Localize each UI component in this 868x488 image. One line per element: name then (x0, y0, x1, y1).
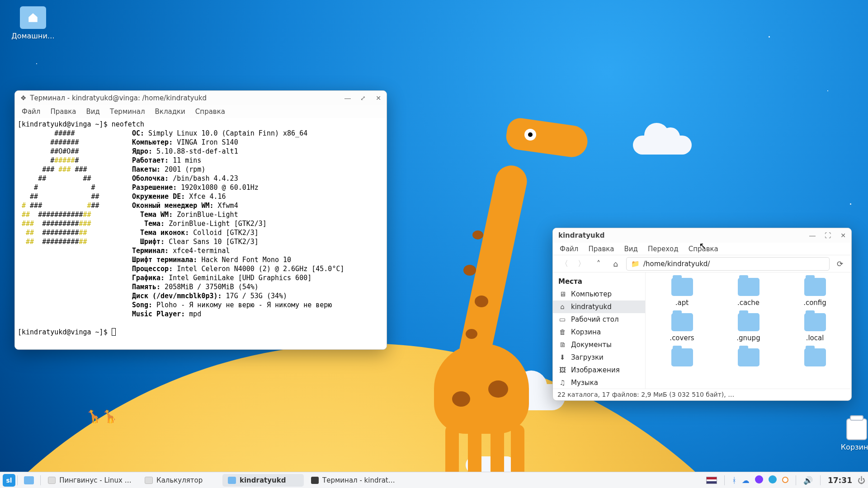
terminal-menu-вид[interactable]: Вид (82, 106, 104, 117)
close-button[interactable]: ✕ (374, 94, 383, 103)
taskbar: sl Пингвинус - Linux в…Калькуляторkindra… (0, 472, 868, 488)
minimize-button[interactable]: ― (808, 231, 817, 240)
start-menu-button[interactable]: sl (3, 474, 15, 487)
file-item[interactable]: .config (784, 278, 846, 307)
place-icon: ▭ (558, 315, 566, 324)
sidebar-item-рабочий-стол[interactable]: ▭Рабочий стол (553, 313, 645, 326)
sidebar-item-корзина[interactable]: 🗑Корзина (553, 326, 645, 338)
file-item[interactable]: .local (784, 313, 846, 342)
nav-forward-button[interactable]: 〉 (575, 257, 588, 271)
place-icon: 🗑 (558, 328, 566, 336)
file-item[interactable] (784, 348, 846, 369)
updates-icon[interactable] (782, 476, 788, 485)
maximize-button[interactable]: ⛶ (823, 231, 832, 240)
maximize-button[interactable]: ⤢ (359, 94, 368, 103)
task-button[interactable]: Терминал - kindraty… (306, 474, 401, 487)
file-manager-sidebar: Места 🖥Компьютер⌂kindratyukd▭Рабочий сто… (553, 272, 646, 389)
file-manager-launcher[interactable] (19, 474, 38, 487)
terminal-title: Терминал - kindratyukd@vinga: /home/kind… (30, 94, 343, 102)
logout-icon[interactable]: ⏻ (858, 476, 865, 485)
location-bar[interactable]: 📁 /home/kindratyukd/ (626, 257, 830, 271)
file-manager-statusbar: 22 каталога, 17 файлов: 2,9 МиБ (3 032 5… (553, 389, 851, 400)
sidebar-item-загрузки[interactable]: ⬇Загрузки (553, 351, 645, 364)
sidebar-item-компьютер[interactable]: 🖥Компьютер (553, 288, 645, 300)
desktop-icon-home-label: Домашни… (8, 32, 58, 40)
folder-icon (671, 348, 693, 366)
folder-icon (804, 348, 826, 366)
sidebar-item-kindratyukd[interactable]: ⌂kindratyukd (553, 300, 645, 313)
nav-home-button[interactable]: ⌂ (609, 257, 623, 271)
keyboard-layout-indicator[interactable] (706, 477, 717, 484)
sidebar-item-изображения[interactable]: 🖼Изображения (553, 364, 645, 376)
minimize-button[interactable]: ― (343, 94, 352, 103)
close-button[interactable]: ✕ (839, 231, 848, 240)
clock[interactable]: 17:31 (828, 476, 852, 485)
file-manager-menu-переход[interactable]: Переход (644, 244, 683, 254)
task-button[interactable]: Пингвинус - Linux в… (42, 474, 137, 487)
sidebar-item-label: Загрузки (571, 353, 604, 361)
folder-icon (738, 313, 760, 331)
file-manager-menu-файл[interactable]: Файл (556, 244, 582, 254)
nav-back-button[interactable]: 〈 (557, 257, 571, 271)
place-icon: ⌂ (558, 303, 566, 311)
terminal-menu-вкладки[interactable]: Вкладки (151, 106, 189, 117)
folder-icon (804, 278, 826, 296)
file-item[interactable] (717, 348, 779, 369)
folder-icon (738, 348, 760, 366)
file-label: .covers (670, 334, 694, 342)
file-item[interactable]: .cache (717, 278, 779, 307)
file-label: .config (803, 299, 826, 307)
nav-up-button[interactable]: ˄ (592, 257, 605, 271)
folder-icon: 📁 (631, 260, 640, 268)
file-manager-title: kindratyukd (558, 231, 808, 239)
onedrive-icon[interactable]: ☁ (742, 476, 750, 485)
file-manager-titlebar[interactable]: kindratyukd ― ⛶ ✕ (553, 228, 851, 243)
task-label: Калькулятор (156, 476, 203, 484)
sidebar-item-label: Компьютер (571, 290, 612, 298)
file-manager-files[interactable]: .apt.cache.config.covers.gnupg.local (646, 272, 851, 389)
folder-icon (804, 313, 826, 331)
viber-icon[interactable] (755, 475, 763, 485)
place-icon: 🖥 (558, 290, 566, 298)
sidebar-item-label: Рабочий стол (571, 315, 619, 324)
reload-button[interactable]: ⟳ (833, 257, 847, 271)
task-icon (48, 477, 56, 484)
task-button[interactable]: Калькулятор (139, 474, 221, 487)
location-path: /home/kindratyukd/ (643, 260, 710, 268)
sidebar-item-музыка[interactable]: ♫Музыка (553, 376, 645, 389)
terminal-menu-файл[interactable]: Файл (18, 106, 44, 117)
file-item[interactable]: .gnupg (717, 313, 779, 342)
file-manager-menu-вид[interactable]: Вид (620, 244, 642, 254)
file-item[interactable]: .covers (651, 313, 713, 342)
bluetooth-icon[interactable]: ᚼ (732, 476, 736, 485)
sidebar-item-документы[interactable]: 🗎Документы (553, 338, 645, 351)
trash-icon (846, 418, 867, 440)
terminal-output[interactable]: [kindratyukd@vinga ~]$ neofetch ##### ОС… (15, 118, 387, 349)
file-manager-menu-правка[interactable]: Правка (584, 244, 618, 254)
task-icon (145, 477, 153, 484)
file-item[interactable]: .apt (651, 278, 713, 307)
terminal-menu-справка[interactable]: Справка (191, 106, 229, 117)
terminal-menubar: ФайлПравкаВидТерминалВкладкиСправка (15, 105, 387, 118)
file-item[interactable] (651, 348, 713, 369)
task-icon (228, 477, 236, 484)
place-icon: 🖼 (558, 366, 566, 374)
desktop-icon-trash-label: Корзина (832, 443, 868, 451)
terminal-icon: ❖ (20, 94, 26, 102)
taskbar-tray: ᚼ ☁ 🔊 17:31 ⏻ (706, 475, 865, 485)
sidebar-item-label: kindratyukd (571, 303, 612, 311)
task-button[interactable]: kindratyukd (222, 474, 304, 487)
task-label: kindratyukd (240, 476, 286, 484)
desktop-icon-trash[interactable]: Корзина (832, 418, 868, 451)
file-manager-menu-справка[interactable]: Справка (684, 244, 722, 254)
terminal-menu-терминал[interactable]: Терминал (106, 106, 149, 117)
terminal-menu-правка[interactable]: Правка (46, 106, 80, 117)
terminal-titlebar[interactable]: ❖ Терминал - kindratyukd@vinga: /home/ki… (15, 91, 387, 105)
terminal-window[interactable]: ❖ Терминал - kindratyukd@vinga: /home/ki… (14, 90, 387, 350)
telegram-icon[interactable] (769, 475, 777, 485)
home-folder-icon (20, 6, 46, 29)
volume-icon[interactable]: 🔊 (803, 476, 813, 485)
file-label: .local (806, 334, 824, 342)
file-manager-window[interactable]: kindratyukd ― ⛶ ✕ ФайлПравкаВидПереходСп… (552, 228, 852, 401)
desktop-icon-home[interactable]: Домашни… (8, 6, 58, 40)
